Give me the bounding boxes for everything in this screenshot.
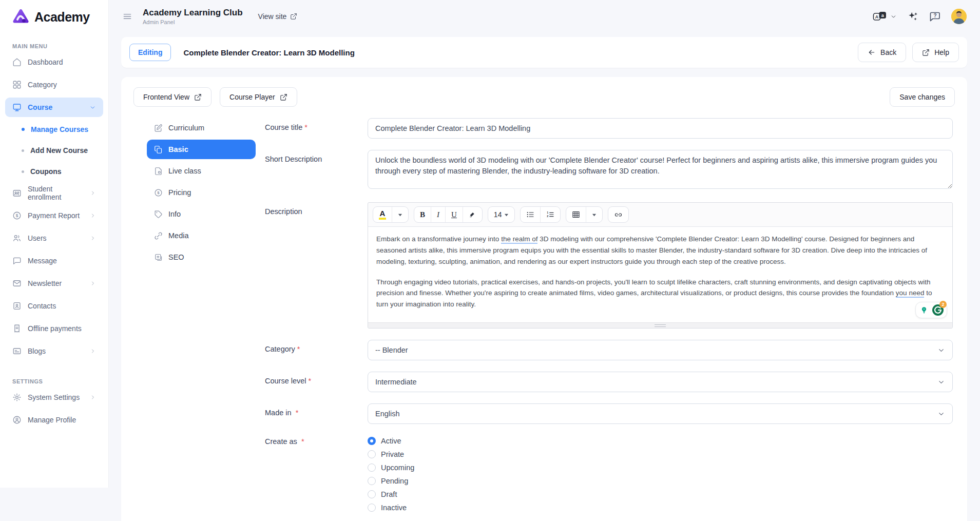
- clear-format-button[interactable]: [463, 207, 482, 222]
- sidebar-item-users[interactable]: Users: [5, 228, 103, 248]
- radio-button-selected[interactable]: [368, 437, 376, 445]
- sidebar-item-message[interactable]: Message: [5, 251, 103, 271]
- course-level-selected-value: Intermediate: [375, 378, 417, 386]
- back-button[interactable]: Back: [858, 43, 906, 62]
- bold-button[interactable]: B: [414, 207, 431, 222]
- sidebar-item-course[interactable]: Course: [5, 98, 103, 117]
- chevron-right-icon: [90, 190, 96, 196]
- tab-pricing[interactable]: $ Pricing: [147, 183, 256, 202]
- font-color-dropdown[interactable]: [392, 207, 408, 222]
- frontend-view-button[interactable]: Frontend View: [133, 87, 212, 107]
- bullet-list-button[interactable]: [521, 207, 540, 222]
- radio-button[interactable]: [368, 477, 376, 485]
- external-link-icon: [922, 49, 930, 56]
- radio-button[interactable]: [368, 450, 376, 458]
- grammarly-widget[interactable]: 2: [915, 302, 947, 318]
- tab-label: SEO: [168, 253, 184, 261]
- radio-option-pending[interactable]: Pending: [368, 475, 953, 486]
- category-label: Category*: [265, 340, 368, 360]
- svg-text:A: A: [875, 14, 879, 20]
- help-chat-icon[interactable]: ?: [929, 10, 941, 23]
- external-link-icon: [280, 93, 287, 101]
- sidebar-item-newsletter[interactable]: Newsletter: [5, 274, 103, 293]
- brand-logo[interactable]: Academy: [0, 0, 108, 26]
- radio-button[interactable]: [368, 504, 376, 512]
- sidebar-item-coupons[interactable]: Coupons: [5, 163, 103, 180]
- insert-table-button[interactable]: [566, 207, 586, 222]
- font-color-button[interactable]: A: [373, 207, 392, 222]
- sparkles-icon[interactable]: [907, 11, 918, 22]
- save-changes-button[interactable]: Save changes: [890, 87, 955, 107]
- tab-curriculum[interactable]: Curriculum: [147, 118, 256, 138]
- sidebar-item-add-new-course[interactable]: Add New Course: [5, 142, 103, 159]
- sidebar-item-system-settings[interactable]: System Settings: [5, 388, 103, 407]
- page-title: Complete Blender Creator: Learn 3D Model…: [183, 48, 354, 57]
- sidebar-item-blogs[interactable]: Blogs: [5, 341, 103, 361]
- radio-button[interactable]: [368, 490, 376, 498]
- radio-option-upcoming[interactable]: Upcoming: [368, 462, 953, 473]
- radio-button[interactable]: [368, 464, 376, 472]
- course-title-input[interactable]: [368, 118, 953, 139]
- help-button[interactable]: Help: [912, 43, 959, 62]
- course-level-select[interactable]: Intermediate: [368, 372, 953, 392]
- description-editor-content[interactable]: Embark on a transformative journey into …: [368, 227, 952, 322]
- sidebar-item-manage-profile[interactable]: Manage Profile: [5, 410, 103, 430]
- sidebar-item-dashboard[interactable]: Dashboard: [5, 52, 103, 72]
- create-as-radio-group: Active Private Upcoming Pending: [368, 435, 953, 513]
- tab-live-class[interactable]: Live class: [147, 161, 256, 181]
- caret-down-icon: [504, 213, 509, 217]
- editing-badge[interactable]: Editing: [129, 44, 171, 61]
- radio-option-active[interactable]: Active: [368, 435, 953, 446]
- required-asterisk: *: [296, 409, 299, 417]
- font-size-dropdown[interactable]: 14: [488, 207, 515, 222]
- sidebar-item-offline-payments[interactable]: Offline payments: [5, 319, 103, 338]
- category-select[interactable]: -- Blender: [368, 340, 953, 360]
- table-dropdown[interactable]: [586, 207, 602, 222]
- language-switcher[interactable]: A a: [873, 11, 897, 22]
- tab-seo[interactable]: SEO: [147, 247, 256, 267]
- user-avatar[interactable]: [951, 9, 967, 24]
- tab-label: Info: [168, 210, 181, 218]
- radio-option-draft[interactable]: Draft: [368, 489, 953, 499]
- tab-info[interactable]: Info: [147, 204, 256, 224]
- tab-media[interactable]: Media: [147, 226, 256, 245]
- dollar-circle-icon: $: [154, 188, 163, 197]
- radio-option-inactive[interactable]: Inactive: [368, 502, 953, 513]
- numbered-list-icon: 12: [546, 210, 554, 219]
- sidebar-item-label: Newsletter: [28, 279, 62, 287]
- numbered-list-button[interactable]: 12: [540, 207, 560, 222]
- view-site-label: View site: [258, 12, 287, 21]
- made-in-select[interactable]: English: [368, 403, 953, 424]
- sidebar-subitem-label: Add New Course: [30, 146, 88, 155]
- drag-handle[interactable]: [655, 324, 666, 327]
- italic-button[interactable]: I: [431, 207, 445, 222]
- short-description-label: Short Description: [265, 150, 368, 191]
- sidebar-item-category[interactable]: Category: [5, 75, 103, 94]
- course-player-button[interactable]: Course Player: [220, 87, 297, 107]
- back-button-label: Back: [880, 48, 896, 56]
- short-description-textarea[interactable]: Unlock the boundless world of 3D modelin…: [368, 150, 953, 189]
- tab-label: Live class: [168, 167, 201, 175]
- tab-basic[interactable]: Basic: [147, 140, 256, 159]
- hamburger-menu-icon[interactable]: [122, 11, 132, 22]
- insert-link-button[interactable]: [608, 207, 628, 222]
- mail-icon: [12, 279, 22, 288]
- external-link-icon: [290, 13, 297, 20]
- monitor-icon: [12, 103, 22, 112]
- made-in-label: Made in *: [265, 403, 368, 424]
- underline-button[interactable]: U: [445, 207, 463, 222]
- sidebar-item-manage-courses[interactable]: Manage Courses: [5, 121, 103, 138]
- radio-option-private[interactable]: Private: [368, 449, 953, 459]
- site-subtitle: Admin Panel: [143, 19, 243, 25]
- sidebar-item-student-enrollment[interactable]: Student enrollment: [5, 183, 103, 203]
- svg-text:$: $: [16, 214, 18, 218]
- sidebar-item-contacts[interactable]: Contacts: [5, 296, 103, 316]
- sidebar: Academy MAIN MENU Dashboard Category Cou…: [0, 0, 109, 488]
- sidebar-item-payment-report[interactable]: $ Payment Report: [5, 206, 103, 225]
- sidebar-item-label: Users: [28, 234, 47, 242]
- external-link-icon: [194, 93, 202, 101]
- site-title: Academy Learning Club: [143, 8, 243, 18]
- view-site-link[interactable]: View site: [258, 12, 298, 21]
- grammarly-suggestion-icon: [918, 304, 930, 316]
- sidebar-section-main-menu: MAIN MENU: [12, 43, 108, 49]
